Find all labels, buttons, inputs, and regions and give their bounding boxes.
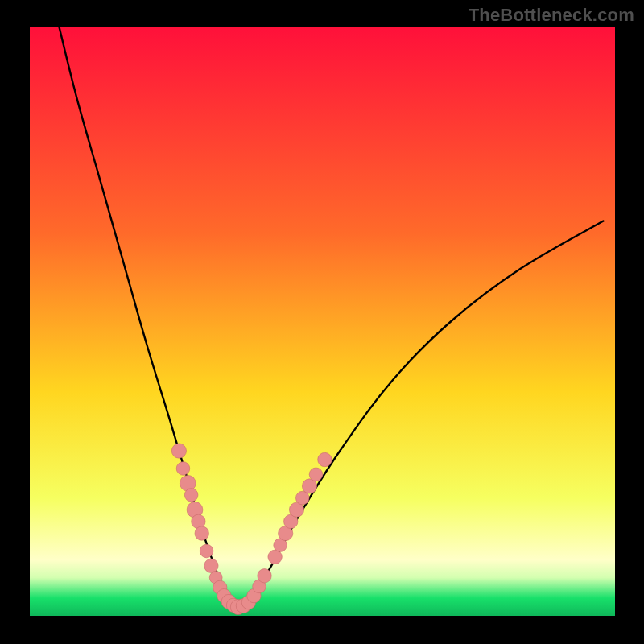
marker-point: [204, 559, 218, 572]
plot-background: [30, 27, 615, 616]
marker-point: [195, 526, 208, 540]
marker-point: [318, 452, 332, 466]
marker-point: [200, 544, 213, 558]
marker-point: [309, 468, 323, 481]
marker-point: [171, 444, 186, 458]
marker-point: [176, 462, 190, 476]
chart-svg: [0, 0, 644, 644]
marker-point: [184, 489, 198, 502]
chart-root: TheBottleneck.com: [0, 0, 644, 644]
marker-point: [258, 569, 271, 583]
